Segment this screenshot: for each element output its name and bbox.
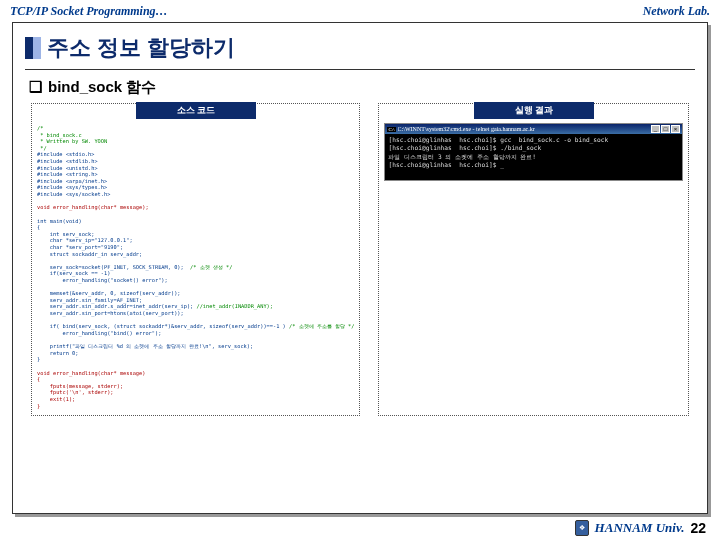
title-bullet [25, 37, 41, 59]
header-right: Network Lab. [643, 4, 710, 19]
terminal-titlebar[interactable]: C:\ C:\WINNT\system32\cmd.exe - telnet g… [385, 124, 682, 134]
source-tab: 소스 코드 [136, 102, 256, 119]
page-number: 22 [690, 520, 706, 536]
minimize-button[interactable]: _ [651, 125, 660, 133]
univ-logo-icon: ❖ [575, 520, 589, 536]
header-left: TCP/IP Socket Programming… [10, 4, 168, 19]
source-panel: 소스 코드 /* * bind_sock.c * Written by SW. … [31, 103, 360, 416]
slide-subtitle: bind_sock 함수 [29, 78, 691, 97]
slide-frame: 주소 정보 할당하기 bind_sock 함수 소스 코드 /* * bind_… [12, 22, 708, 514]
univ-name: HANNAM Univ. [595, 520, 685, 536]
cmd-icon: C:\ [387, 127, 395, 132]
maximize-button[interactable]: □ [661, 125, 670, 133]
result-panel: 실행 결과 C:\ C:\WINNT\system32\cmd.exe - te… [378, 103, 689, 416]
slide-title: 주소 정보 할당하기 [47, 33, 235, 63]
terminal-title: C:\WINNT\system32\cmd.exe - telnet gaia.… [398, 126, 651, 132]
terminal-output: [hsc.choi@glinhas hsc.choi]$ gcc bind_so… [385, 134, 682, 180]
footer: ❖ HANNAM Univ. 22 [575, 520, 706, 536]
close-button[interactable]: × [671, 125, 680, 133]
result-tab: 실행 결과 [474, 102, 594, 119]
source-code: /* * bind_sock.c * Written by SW. YOON *… [35, 123, 356, 411]
terminal-window: C:\ C:\WINNT\system32\cmd.exe - telnet g… [384, 123, 683, 181]
